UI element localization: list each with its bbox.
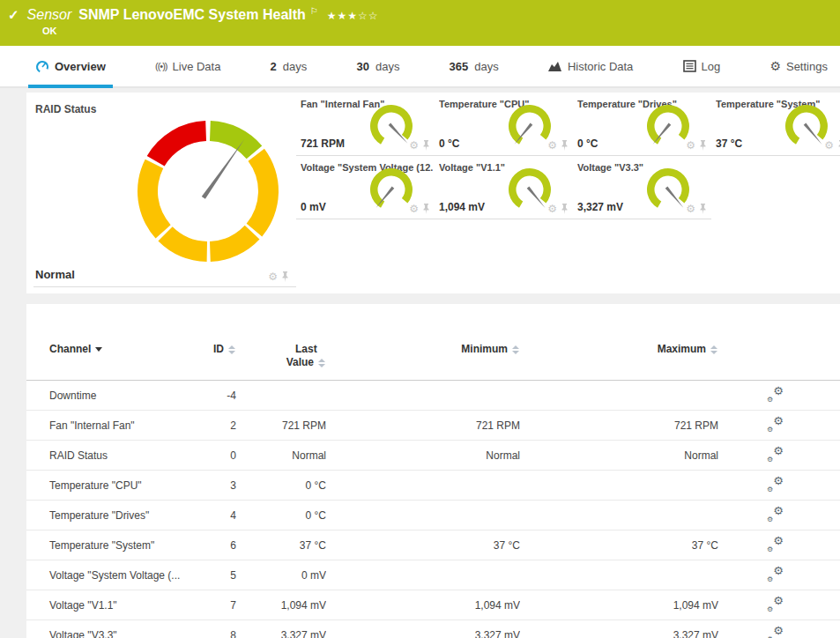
gauge-icon — [35, 59, 49, 73]
minimum-value — [326, 471, 520, 501]
table-row: Temperature "CPU" 3 0 °C ⚙⚙ — [26, 471, 840, 501]
pin-icon[interactable] — [422, 140, 430, 151]
channel-name[interactable]: Voltage "V3.3" — [26, 620, 185, 638]
gear-icon[interactable]: ⚙ — [686, 203, 695, 215]
tab-log[interactable]: Log — [683, 46, 721, 86]
tab-historic-data[interactable]: Historic Data — [548, 46, 633, 86]
mini-gauge-cell: Temperature "CPU" 0 °C ⚙ — [435, 93, 573, 156]
col-header-settings — [718, 343, 840, 381]
gear-icon[interactable]: ⚙ — [409, 139, 419, 152]
gear-icon[interactable]: ⚙ — [409, 203, 419, 215]
gauge-value: 0 mV — [301, 201, 326, 213]
maximum-value: 1,094 mV — [520, 590, 718, 620]
gauge-title: Voltage "V1.1" — [439, 162, 505, 173]
gear-icon[interactable]: ⚙ — [547, 203, 557, 215]
maximum-value: 3,327 mV — [520, 620, 718, 638]
tab-bar: Overview ((•)) Live Data 2 days 30 days … — [0, 46, 840, 88]
channel-settings-icon[interactable]: ⚙⚙ — [767, 387, 784, 401]
channel-name[interactable]: Temperature "System" — [26, 530, 185, 560]
tab-overview[interactable]: Overview — [35, 46, 106, 86]
gauge-value: 3,327 mV — [577, 201, 623, 213]
pin-icon[interactable] — [561, 204, 569, 214]
gauge-value: 0 °C — [439, 137, 459, 150]
channel-id: 6 — [185, 530, 236, 560]
channel-name[interactable]: RAID Status — [26, 441, 185, 471]
channel-id: 3 — [185, 471, 236, 501]
tab-label: Live Data — [173, 60, 221, 73]
area-chart-icon — [548, 60, 562, 72]
channel-settings-icon[interactable]: ⚙⚙ — [767, 597, 784, 611]
channel-settings-icon[interactable]: ⚙⚙ — [767, 567, 784, 581]
channel-id: 7 — [185, 590, 236, 620]
tab-label: Settings — [786, 60, 828, 73]
tab-365-days[interactable]: 365 days — [450, 46, 499, 86]
last-value: 0 mV — [236, 560, 326, 590]
minimum-value — [326, 501, 520, 530]
channel-id: 0 — [185, 441, 236, 471]
priority-stars[interactable]: ★★★☆☆ — [327, 10, 379, 22]
channel-table-panel: Channel ID Last Value Minimum Maximum — [26, 304, 840, 638]
channel-table: Channel ID Last Value Minimum Maximum — [26, 343, 840, 638]
channel-id: 8 — [185, 620, 236, 638]
divider — [33, 286, 296, 287]
maximum-value — [520, 501, 718, 530]
pin-icon[interactable] — [699, 204, 707, 214]
sort-icon — [512, 345, 520, 354]
col-header-minimum[interactable]: Minimum — [326, 343, 520, 381]
tab-number: 30 — [356, 60, 368, 73]
minimum-value: 3,327 mV — [326, 620, 520, 638]
col-header-id[interactable]: ID — [185, 343, 236, 381]
tab-live-data[interactable]: ((•)) Live Data — [155, 46, 220, 86]
minimum-value: Normal — [326, 441, 520, 471]
channel-name[interactable]: Voltage "System Voltage (... — [26, 560, 185, 590]
gauge-value: 721 RPM — [301, 137, 345, 150]
gauge-title: Voltage "V3.3" — [577, 162, 643, 173]
col-header-channel[interactable]: Channel — [26, 343, 185, 381]
maximum-value — [520, 471, 718, 501]
maximum-value — [520, 560, 718, 590]
raid-status-gauge — [132, 115, 284, 267]
channel-settings-icon[interactable]: ⚙⚙ — [767, 507, 784, 521]
sort-icon — [318, 359, 326, 367]
mini-gauge-cell: Voltage "System Voltage (12... 0 mV ⚙ — [296, 156, 435, 219]
gear-icon[interactable]: ⚙ — [268, 271, 278, 283]
col-header-maximum[interactable]: Maximum — [520, 343, 718, 381]
tab-label: days — [375, 60, 399, 73]
pin-icon[interactable] — [561, 140, 569, 151]
mini-gauge-cell: Temperature "System" 37 °C ⚙ — [711, 93, 840, 156]
minimum-value — [326, 560, 520, 590]
tab-30-days[interactable]: 30 days — [356, 46, 399, 86]
last-value: 721 RPM — [236, 411, 326, 441]
channel-name[interactable]: Voltage "V1.1" — [26, 590, 185, 620]
table-row: Downtime -4 ⚙⚙ — [26, 381, 840, 411]
sensor-title: SNMP LenovoEMC System Health — [78, 7, 306, 23]
broadcast-icon: ((•)) — [155, 61, 167, 71]
channel-settings-icon[interactable]: ⚙⚙ — [767, 627, 784, 638]
pin-icon[interactable] — [281, 271, 289, 282]
channel-name[interactable]: Temperature "CPU" — [26, 471, 185, 501]
pin-icon[interactable] — [422, 204, 430, 214]
channel-name[interactable]: Temperature "Drives" — [26, 501, 185, 530]
channel-settings-icon[interactable]: ⚙⚙ — [767, 417, 784, 431]
tab-label: Historic Data — [568, 60, 633, 73]
table-row: Temperature "Drives" 4 0 °C ⚙⚙ — [26, 501, 840, 530]
mini-gauge-cell: Voltage "V3.3" 3,327 mV ⚙ — [573, 156, 711, 219]
channel-settings-icon[interactable]: ⚙⚙ — [767, 477, 784, 491]
channel-settings-icon[interactable]: ⚙⚙ — [767, 537, 784, 551]
channel-name[interactable]: Fan "Internal Fan" — [26, 411, 185, 441]
col-header-last-value[interactable]: Last Value — [236, 343, 326, 381]
flag-icon[interactable]: ⚐ — [310, 6, 318, 16]
channel-name[interactable]: Downtime — [26, 381, 185, 411]
pin-icon[interactable] — [699, 140, 707, 151]
gear-icon[interactable]: ⚙ — [547, 139, 557, 152]
tab-settings[interactable]: ⚙ Settings — [769, 46, 828, 86]
log-list-icon — [683, 60, 696, 72]
table-row: Fan "Internal Fan" 2 721 RPM 721 RPM 721… — [26, 411, 840, 441]
tab-2-days[interactable]: 2 days — [271, 46, 308, 86]
channel-settings-icon[interactable]: ⚙⚙ — [767, 447, 784, 461]
maximum-value — [520, 381, 718, 411]
gauge-value: 1,094 mV — [439, 201, 485, 213]
table-header-row: Channel ID Last Value Minimum Maximum — [26, 343, 840, 381]
gear-icon[interactable]: ⚙ — [686, 139, 695, 152]
gear-icon[interactable]: ⚙ — [824, 139, 834, 152]
